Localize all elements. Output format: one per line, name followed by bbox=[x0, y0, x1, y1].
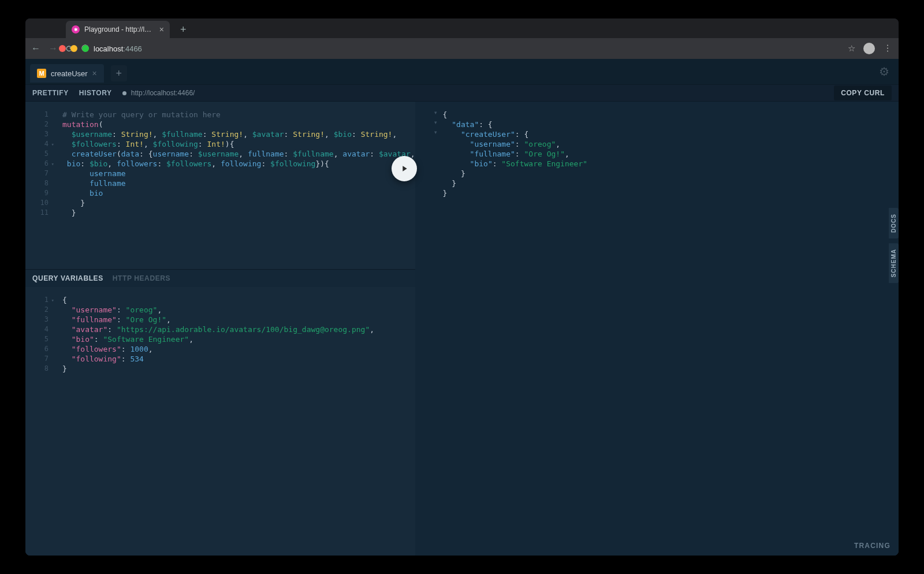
prettify-button[interactable]: PRETTIFY bbox=[32, 89, 69, 97]
line-gutter: 123 456 789 1011 bbox=[25, 110, 54, 261]
tracing-toggle[interactable]: TRACING bbox=[854, 542, 891, 550]
browser-tab[interactable]: ✱ Playground - http://localhost:4… × bbox=[66, 21, 170, 38]
playground-toolbar: PRETTIFY HISTORY http://localhost:4466/ … bbox=[25, 84, 899, 102]
window-minimize-icon[interactable] bbox=[70, 45, 77, 52]
settings-gear-icon[interactable]: ⚙ bbox=[879, 65, 894, 79]
endpoint-url: http://localhost:4466/ bbox=[131, 89, 195, 97]
profile-avatar[interactable] bbox=[863, 43, 875, 54]
query-variables-tab[interactable]: QUERY VARIABLES bbox=[32, 274, 103, 282]
nav-forward-button[interactable]: → bbox=[49, 43, 58, 54]
variables-code[interactable]: { "username": "oreog", "fullname": "Ore … bbox=[54, 295, 415, 547]
nav-back-button[interactable]: ← bbox=[31, 43, 40, 54]
history-button[interactable]: HISTORY bbox=[79, 89, 112, 97]
browser-tab-title: Playground - http://localhost:4… bbox=[84, 25, 155, 33]
endpoint-status-icon bbox=[122, 91, 126, 95]
query-code[interactable]: # Write your query or mutation here muta… bbox=[54, 110, 415, 261]
response-gutter: ▾▾▾ bbox=[415, 102, 441, 556]
browser-tabbar: ✱ Playground - http://localhost:4… × + bbox=[25, 18, 899, 38]
copy-curl-button[interactable]: COPY CURL bbox=[834, 85, 892, 100]
url-input[interactable]: ⓘ localhost:4466 bbox=[81, 43, 840, 54]
query-pane: 123 456 789 1011 # Write your query or m… bbox=[25, 102, 415, 556]
playground-root: M createUser × + ⚙ PRETTIFY HISTORY http… bbox=[25, 59, 899, 556]
add-playground-tab-button[interactable]: + bbox=[111, 65, 127, 81]
graphql-favicon-icon: ✱ bbox=[72, 25, 80, 33]
url-host: localhost bbox=[94, 44, 123, 53]
mutation-badge: M bbox=[37, 69, 46, 78]
endpoint-input[interactable]: http://localhost:4466/ bbox=[122, 89, 195, 97]
bookmark-icon[interactable]: ☆ bbox=[848, 43, 855, 54]
query-editor[interactable]: 123 456 789 1011 # Write your query or m… bbox=[25, 102, 415, 269]
schema-panel-toggle[interactable]: SCHEMA bbox=[889, 243, 899, 283]
window-close-icon[interactable] bbox=[59, 45, 66, 52]
response-pane: ▾▾▾ { "data": { "createUser": { "usernam… bbox=[415, 102, 899, 556]
close-playground-tab-icon[interactable]: × bbox=[92, 69, 97, 78]
browser-menu-icon[interactable]: ⋯ bbox=[883, 44, 893, 54]
close-tab-icon[interactable]: × bbox=[159, 25, 164, 33]
response-code[interactable]: { "data": { "createUser": { "username": … bbox=[441, 102, 899, 556]
window-maximize-icon[interactable] bbox=[82, 45, 89, 52]
url-port: :4466 bbox=[123, 44, 142, 53]
browser-addrbar: ← → ⟳ ⓘ localhost:4466 ☆ ⋯ bbox=[25, 38, 899, 59]
docs-panel-toggle[interactable]: DOCS bbox=[889, 208, 899, 238]
new-browser-tab-button[interactable]: + bbox=[176, 21, 191, 38]
http-headers-tab[interactable]: HTTP HEADERS bbox=[113, 274, 170, 282]
playground-tab[interactable]: M createUser × bbox=[30, 64, 104, 83]
variables-header: QUERY VARIABLES HTTP HEADERS bbox=[25, 269, 415, 287]
variables-editor[interactable]: 123 456 78 { "username": "oreog", "fulln… bbox=[25, 287, 415, 556]
playground-tab-title: createUser bbox=[51, 69, 88, 78]
vars-gutter: 123 456 78 bbox=[25, 295, 54, 547]
execute-button[interactable] bbox=[392, 156, 417, 181]
playground-tabbar: M createUser × + ⚙ bbox=[25, 59, 899, 84]
play-icon bbox=[400, 164, 409, 173]
